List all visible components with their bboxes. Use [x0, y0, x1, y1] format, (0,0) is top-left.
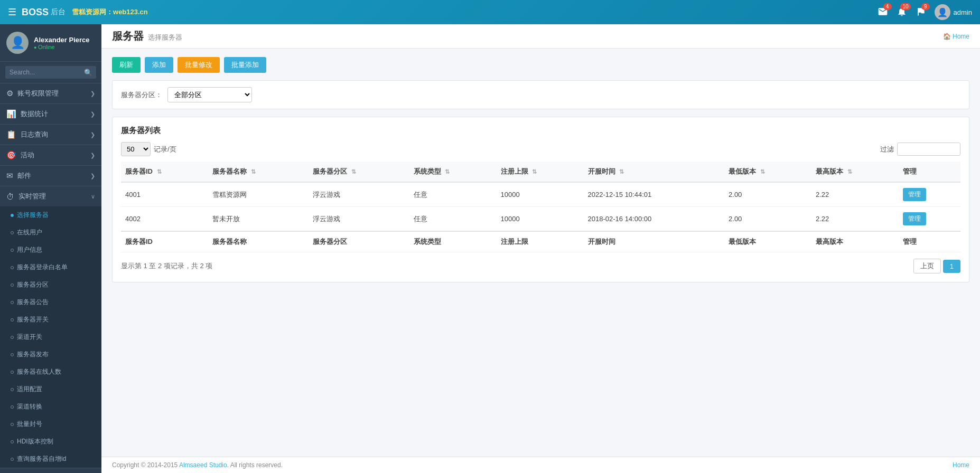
sort-min-version-icon[interactable]: ⇅ [760, 168, 765, 175]
sidebar-item-batch-ban[interactable]: 批量封号 [0, 415, 101, 433]
sidebar-section-data: 📊 数据统计 ❯ [0, 104, 101, 125]
mail-badge[interactable]: 4 [878, 6, 888, 18]
sort-server-partition-icon[interactable]: ⇅ [351, 168, 356, 175]
filter-input[interactable] [897, 143, 960, 156]
sidebar-section-event: 🎯 活动 ❯ [0, 145, 101, 166]
sort-reg-limit-icon[interactable]: ⇅ [532, 168, 537, 175]
partition-label: 服务器分区 [17, 280, 49, 289]
sort-server-id-icon[interactable]: ⇅ [157, 168, 162, 175]
toolbar: 刷新 添加 批量修改 批量添加 [112, 57, 969, 73]
sidebar-section-realtime-header[interactable]: ⏱ 实时管理 ∨ [0, 186, 101, 206]
sidebar-item-channel-switch[interactable]: 渠道开关 [0, 328, 101, 346]
sidebar-section-event-header[interactable]: 🎯 活动 ❯ [0, 145, 101, 165]
mail-arrow-icon: ❯ [90, 173, 95, 179]
sidebar-item-select-server[interactable]: 选择服务器 [0, 206, 101, 224]
sidebar-item-switch[interactable]: 服务器开关 [0, 311, 101, 328]
sidebar-section-account-header[interactable]: ⚙ 账号权限管理 ❯ [0, 83, 101, 103]
batch-add-button[interactable]: 批量添加 [224, 57, 266, 73]
dot-channel-switch [11, 336, 14, 339]
menu-toggle-icon[interactable]: ☰ [8, 6, 16, 18]
tfoot-system-type: 系统类型 [409, 231, 497, 252]
server-table: 服务器ID ⇅ 服务器名称 ⇅ 服务器分区 ⇅ [121, 162, 960, 252]
manage-button-0[interactable]: 管理 [903, 188, 926, 201]
sidebar-user: 👤 Alexander Pierce Online [0, 24, 101, 62]
sort-max-version-icon[interactable]: ⇅ [847, 168, 852, 175]
filter-input-area: 过滤 [880, 143, 960, 156]
announcement-label: 服务器公告 [17, 298, 49, 307]
sidebar-item-channel-transfer[interactable]: 渠道转换 [0, 398, 101, 415]
sidebar-item-find-server[interactable]: 查询服务器自增id [0, 450, 101, 468]
partition-filter-select[interactable]: 全部分区 [167, 87, 252, 102]
filter-label: 服务器分区： [121, 90, 162, 100]
batch-edit-button[interactable]: 批量修改 [178, 57, 220, 73]
dot-partition [11, 283, 14, 287]
sidebar-item-partition[interactable]: 服务器分区 [0, 276, 101, 294]
filter-input-label: 过滤 [880, 145, 894, 154]
sort-system-type-icon[interactable]: ⇅ [445, 168, 450, 175]
tfoot-server-name: 服务器名称 [208, 231, 309, 252]
sidebar-section-log-header[interactable]: 📋 日志查询 ❯ [0, 125, 101, 145]
online-count-label: 服务器在线人数 [17, 367, 61, 376]
find-server-label: 查询服务器自增id [17, 455, 66, 463]
dot-switch [11, 318, 14, 321]
cell-server-name-1: 暂未开放 [208, 207, 309, 232]
mail-badge-count: 4 [883, 3, 892, 10]
sidebar-item-general-config[interactable]: 适用配置 [0, 381, 101, 398]
channel-transfer-label: 渠道转换 [17, 402, 42, 411]
cell-min-version-1: 2.00 [724, 207, 811, 232]
cell-reg-limit-0: 10000 [497, 182, 584, 207]
sidebar-item-user-info[interactable]: 用户信息 [0, 241, 101, 259]
cell-server-partition-0: 浮云游戏 [309, 182, 409, 207]
dot-server-publish [11, 353, 14, 356]
sidebar-section-realtime: ⏱ 实时管理 ∨ 选择服务器 在线用户 用户信息 [0, 186, 101, 468]
user-menu[interactable]: 👤 admin [935, 4, 972, 20]
search-input[interactable] [5, 66, 96, 79]
user-info-label: 用户信息 [17, 245, 42, 254]
cell-manage-1: 管理 [899, 207, 960, 232]
manage-button-1[interactable]: 管理 [903, 212, 926, 225]
data-icon: 📊 [6, 109, 16, 119]
th-reg-limit: 注册上限 ⇅ [497, 162, 584, 182]
page-1-button[interactable]: 1 [943, 260, 960, 273]
cell-system-type-1: 任意 [409, 207, 497, 232]
log-arrow-icon: ❯ [90, 131, 95, 138]
footer: Copyright © 2014-2015 Almsaeed Studio. A… [101, 457, 980, 473]
refresh-button[interactable]: 刷新 [112, 57, 141, 73]
sort-open-time-icon[interactable]: ⇅ [619, 168, 624, 175]
footer-home-link[interactable]: Home [953, 461, 969, 469]
sidebar-item-hdi-control[interactable]: HDI版本控制 [0, 433, 101, 450]
sidebar-search-area: 🔍 [0, 62, 101, 83]
cell-min-version-0: 2.00 [724, 182, 811, 207]
bell-badge[interactable]: 10 [897, 6, 907, 18]
sidebar-section-mail-header[interactable]: ✉ 邮件 ❯ [0, 166, 101, 186]
content-header: 服务器 选择服务器 🏠 Home [101, 24, 980, 49]
sidebar-item-whitelist[interactable]: 服务器登录白名单 [0, 259, 101, 276]
sidebar-item-server-publish[interactable]: 服务器发布 [0, 346, 101, 363]
event-icon: 🎯 [6, 150, 16, 160]
user-avatar-top: 👤 [935, 4, 950, 20]
realtime-submenu: 选择服务器 在线用户 用户信息 服务器登录白名单 [0, 206, 101, 468]
sidebar-item-announcement[interactable]: 服务器公告 [0, 294, 101, 311]
th-server-name: 服务器名称 ⇅ [208, 162, 309, 182]
tfoot-server-partition: 服务器分区 [309, 231, 409, 252]
records-label: 记录/页 [154, 145, 176, 154]
realtime-icon: ⏱ [6, 192, 14, 201]
cell-server-id-1: 4002 [121, 207, 208, 232]
flag-badge[interactable]: 9 [916, 6, 926, 18]
sort-server-name-icon[interactable]: ⇅ [251, 168, 256, 175]
sidebar-item-online-users[interactable]: 在线用户 [0, 224, 101, 241]
sidebar-item-online-count[interactable]: 服务器在线人数 [0, 363, 101, 381]
th-open-time: 开服时间 ⇅ [584, 162, 725, 182]
prev-page-button[interactable]: 上页 [913, 259, 941, 273]
dot-channel-transfer [11, 405, 14, 409]
per-page-select[interactable]: 10 25 50 100 [121, 142, 151, 156]
table-card: 服务器列表 10 25 50 100 记录/页 过滤 [112, 117, 969, 282]
th-system-type: 系统类型 ⇅ [409, 162, 497, 182]
home-link[interactable]: 🏠 Home [943, 33, 969, 40]
sidebar-section-data-header[interactable]: 📊 数据统计 ❯ [0, 104, 101, 124]
page-title-area: 服务器 选择服务器 [112, 29, 182, 43]
layout: 👤 Alexander Pierce Online 🔍 ⚙ 账号权限管理 ❯ [0, 24, 980, 473]
footer-link[interactable]: Almsaeed Studio [179, 461, 227, 469]
add-button[interactable]: 添加 [145, 57, 173, 73]
channel-switch-label: 渠道开关 [17, 333, 42, 342]
